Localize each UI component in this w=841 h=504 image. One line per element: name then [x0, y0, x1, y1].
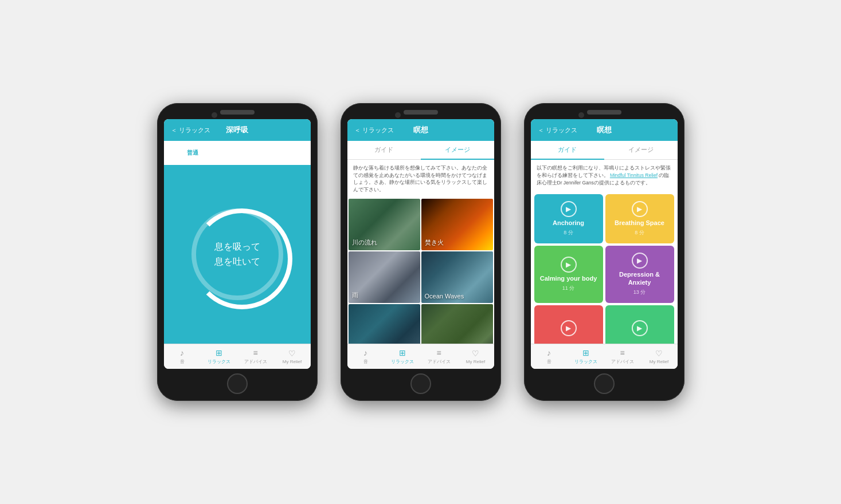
tab-relax-2[interactable]: ⊞ リラックス [384, 344, 421, 369]
tile-ocean-label: Ocean Waves [425, 293, 464, 300]
phone-speaker-3 [587, 110, 621, 115]
home-btn-3[interactable] [594, 373, 615, 394]
med-tab-bar-2: ガイド イメージ [347, 141, 494, 160]
guide-tile-depression-anxiety[interactable]: ▶ Depression & Anxiety 13 分 [605, 246, 674, 302]
tile-woods-bg: Woods [421, 304, 493, 344]
home-btn-2[interactable] [410, 373, 431, 394]
med-tab-image-3[interactable]: イメージ [604, 141, 678, 159]
tab-myrelief-1[interactable]: ♡ My Relief [274, 344, 311, 369]
guide-intro-link[interactable]: Mindful Tinnitus Relief [610, 172, 658, 178]
seg-btn-normal[interactable]: 普通 [171, 147, 214, 159]
tile-fire[interactable]: 焚き火 [421, 199, 493, 250]
nav-title-3: 瞑想 [597, 125, 612, 135]
tile-title-anchoring: Anchoring [553, 219, 584, 227]
nav-back-3[interactable]: ＜ リラックス [538, 126, 577, 135]
tab-relax-1[interactable]: ⊞ リラックス [201, 344, 237, 369]
tab-oto-3[interactable]: ♪ 音 [531, 344, 568, 369]
tile-river-bg: 川の流れ [349, 199, 420, 250]
tab-label-relax-3: リラックス [574, 359, 597, 365]
tab-icon-oto-2: ♪ [363, 348, 367, 357]
med-tab-guide-3[interactable]: ガイド [531, 141, 604, 160]
tab-icon-relax-2: ⊞ [399, 348, 406, 357]
tab-advice-2[interactable]: ≡ アドバイス [421, 344, 457, 369]
seg-btn-deep[interactable]: 深く [260, 147, 304, 159]
tab-icon-advice-3: ≡ [620, 348, 624, 357]
phone-screen-2: ＜ リラックス 瞑想 ガイド イメージ 静かな落ち着ける場所を想像してみて下さい… [347, 119, 494, 369]
tab-label-advice-2: アドバイス [428, 359, 451, 365]
exhale-text: 息を吐いて [214, 254, 260, 269]
breathing-text: 息を吸って 息を吐いて [214, 239, 260, 269]
tab-label-myrelief-3: My Relief [650, 359, 668, 364]
nav-back-2[interactable]: ＜ リラックス [354, 126, 394, 135]
tab-icon-myrelief-1: ♡ [288, 349, 296, 358]
image-grid-2: 川の流れ 焚き火 雨 Oce [347, 198, 494, 344]
tab-label-relax-2: リラックス [391, 359, 414, 365]
play-icon-coral: ▶ [561, 320, 577, 336]
nav-bar-1: ＜ リラックス 深呼吸 [164, 119, 311, 141]
nav-bar-3: ＜ リラックス 瞑想 [531, 119, 678, 141]
nav-title-1: 深呼吸 [226, 125, 248, 135]
guide-tile-breathing-space[interactable]: ▶ Breathing Space 8 分 [605, 194, 674, 243]
tile-rain[interactable]: 雨 [349, 251, 420, 303]
tab-myrelief-2[interactable]: ♡ My Relief [457, 344, 494, 369]
tile-duration-depression-anxiety: 13 分 [633, 289, 646, 296]
inhale-text: 息を吸って [214, 239, 260, 254]
tile-title-breathing-space: Breathing Space [615, 219, 664, 227]
phone-camera-1 [212, 112, 217, 118]
meditation-screen: 川の流れ 焚き火 雨 Oce [347, 198, 494, 344]
breathing-circle-container: 息を吸って 息を吐いて [191, 165, 283, 344]
tab-oto-1[interactable]: ♪ 音 [164, 344, 201, 369]
tile-underwater-bg: Underwater [349, 304, 420, 344]
tab-label-advice-1: アドバイス [244, 359, 267, 365]
tile-title-depression-anxiety: Depression & Anxiety [610, 271, 670, 286]
nav-title-2: 瞑想 [413, 125, 428, 135]
tile-title-calming: Calming your body [540, 275, 597, 282]
phone-3: ＜ リラックス 瞑想 ガイド イメージ 以下の瞑想をご利用になり、耳鳴りによるス… [524, 103, 684, 401]
tab-icon-relax-3: ⊞ [582, 348, 589, 357]
tile-duration-calming: 11 分 [562, 285, 575, 292]
seg-btn-slow[interactable]: ゆっくり [216, 147, 259, 159]
tab-label-relax-1: リラックス [208, 359, 230, 365]
tile-fire-label: 焚き火 [425, 238, 444, 247]
tab-advice-1[interactable]: ≡ アドバイス [237, 344, 274, 369]
tab-label-myrelief-1: My Relief [283, 359, 302, 364]
tab-icon-advice-2: ≡ [436, 348, 441, 357]
phone-screen-3: ＜ リラックス 瞑想 ガイド イメージ 以下の瞑想をご利用になり、耳鳴りによるス… [531, 119, 678, 369]
home-btn-1[interactable] [227, 373, 248, 394]
med-tab-bar-3: ガイド イメージ [531, 141, 678, 160]
tab-icon-myrelief-3: ♡ [655, 349, 663, 358]
tab-icon-oto-1: ♪ [180, 348, 184, 357]
nav-bar-2: ＜ リラックス 瞑想 [347, 119, 494, 141]
play-icon-anchoring: ▶ [561, 201, 577, 217]
guide-tile-anchoring[interactable]: ▶ Anchoring 8 分 [534, 194, 603, 243]
tab-relax-3[interactable]: ⊞ リラックス [568, 344, 604, 369]
tab-label-myrelief-2: My Relief [466, 359, 485, 364]
tab-icon-advice-1: ≡ [253, 348, 257, 357]
breathing-ring: 息を吸って 息を吐いて [191, 208, 283, 300]
guide-tile-coral[interactable]: ▶ [534, 305, 603, 344]
tile-duration-breathing-space: 8 分 [635, 229, 644, 237]
breathing-screen: 息を吸って 息を吐いて [164, 165, 311, 344]
tab-myrelief-3[interactable]: ♡ My Relief [641, 344, 678, 369]
tab-label-advice-3: アドバイス [611, 359, 634, 365]
tab-icon-relax-1: ⊞ [216, 348, 222, 357]
phone-screen-1: ＜ リラックス 深呼吸 普通 ゆっくり 深く 息を吸って 息を吐いて [164, 119, 311, 369]
tab-advice-3[interactable]: ≡ アドバイス [604, 344, 641, 369]
tile-rain-bg: 雨 [349, 251, 420, 303]
phone-camera-3 [578, 112, 584, 118]
med-tab-guide-2[interactable]: ガイド [347, 141, 421, 159]
play-icon-mint: ▶ [632, 320, 648, 336]
tile-woods[interactable]: Woods [421, 304, 493, 344]
guide-tile-calming[interactable]: ▶ Calming your body 11 分 [534, 246, 603, 302]
guide-tile-mint[interactable]: ▶ [605, 305, 674, 344]
play-icon-calming: ▶ [561, 257, 577, 273]
tab-oto-2[interactable]: ♪ 音 [347, 344, 384, 369]
tile-underwater[interactable]: Underwater [349, 304, 420, 344]
med-tab-image-2[interactable]: イメージ [421, 141, 494, 160]
tab-bar-1: ♪ 音 ⊞ リラックス ≡ アドバイス ♡ My Relief [164, 344, 311, 369]
nav-back-1[interactable]: ＜ リラックス [171, 126, 210, 135]
tile-river[interactable]: 川の流れ [349, 199, 420, 250]
tab-label-oto-2: 音 [363, 359, 368, 365]
play-icon-breathing-space: ▶ [632, 201, 648, 217]
tile-ocean[interactable]: Ocean Waves [421, 251, 493, 303]
